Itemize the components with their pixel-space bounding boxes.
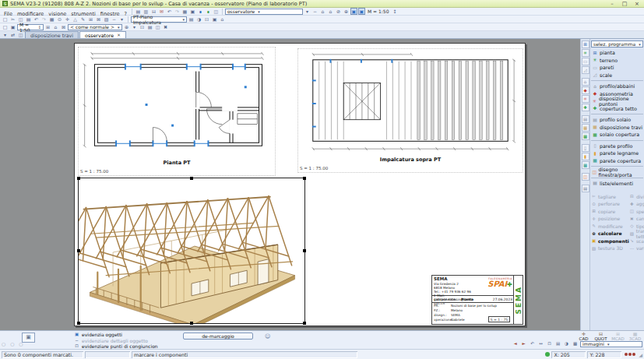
folder-pair-icon[interactable]: ◫ <box>213 8 220 15</box>
redo-icon[interactable]: ↷ <box>40 16 48 23</box>
scale-spinner[interactable]: ↕ <box>391 8 398 15</box>
minimize-button[interactable]: – <box>607 1 617 7</box>
img-rotate-icon[interactable]: ↶ <box>529 340 536 347</box>
panel-item-disposizione-puntoni[interactable]: ✳ disposizione puntoni <box>591 97 643 105</box>
panel-item-disposizione-travi[interactable]: ▦ disposizione travi <box>591 124 643 132</box>
selection-handle[interactable] <box>303 322 306 325</box>
viewport-3d-house[interactable] <box>78 178 305 324</box>
triangle-tool-icon[interactable]: △ <box>72 16 79 23</box>
user-icon[interactable]: ☺ <box>265 333 270 340</box>
side-tool-button[interactable]: ▯ <box>582 144 589 152</box>
panel-item-disegno-finestra-porta[interactable]: ◫ disegno finestra/porta <box>591 168 643 176</box>
sheet-icon[interactable]: □ <box>2 16 9 23</box>
panel-icon[interactable]: ▣ <box>9 23 16 30</box>
chevron-down-icon[interactable]: ▾ <box>118 16 125 23</box>
chevron-down-icon[interactable]: ▾ <box>131 23 138 30</box>
link-icon[interactable]: ⊕ <box>343 8 350 15</box>
side-tool-button[interactable]: ◿ <box>582 66 589 74</box>
action-modificare[interactable]: ✎ modificare <box>591 223 629 230</box>
tab-close-icon[interactable]: ✕ <box>117 33 121 37</box>
chevron-down-icon[interactable]: ▾ <box>304 8 311 15</box>
cut-icon[interactable]: ✂ <box>9 16 16 23</box>
panel-item-parete-profilo[interactable]: ▯ parete profilo <box>591 143 643 150</box>
action-trama-tetto[interactable]: ▨ trama tetto <box>629 231 644 238</box>
selection-handle[interactable] <box>190 177 193 180</box>
action-perforare[interactable]: ⊙ perforare <box>591 201 629 208</box>
panel-item-parete-copertura[interactable]: ▦ parete copertura <box>591 157 643 165</box>
swap-tabs-icon[interactable]: ⇄ <box>9 31 16 38</box>
action-calcolare[interactable]: ⊚ calcolare <box>591 231 629 238</box>
side-tool-button[interactable]: ▮ <box>582 153 589 160</box>
program-select-combo[interactable]: selez. programma▾ <box>591 40 643 48</box>
action-posizione[interactable]: ✛ posizione <box>591 216 629 223</box>
img-contrast-icon[interactable]: ◑ <box>563 340 570 347</box>
side-tool-button[interactable]: ◆ <box>582 86 589 94</box>
level-combo[interactable]: PT-Piano Impalcatura▾ <box>131 16 187 23</box>
marker-green-icon[interactable]: ∎ <box>205 8 212 15</box>
action-varie[interactable]: ⋯ varie <box>629 245 644 252</box>
drawing-canvas[interactable]: Pianta PT S = 1 : 75.00 <box>0 39 580 330</box>
selection-handle[interactable] <box>77 177 80 180</box>
layers-icon[interactable]: ▤ <box>188 16 195 23</box>
img-prev-icon[interactable]: ◄ <box>512 340 519 347</box>
toggle-3d-icon[interactable]: ▣ <box>358 8 365 15</box>
side-tool-button[interactable]: ▦ <box>582 132 589 140</box>
close-icon[interactable]: ✖ <box>162 23 169 30</box>
page-icon[interactable]: □ <box>2 23 9 30</box>
demark-button[interactable]: de-marcaggio <box>183 333 253 340</box>
tab-disposizione-travi[interactable]: disposizione travi <box>25 31 79 38</box>
grid-icon[interactable]: ⊞ <box>44 23 51 30</box>
selection-handle[interactable] <box>190 322 193 325</box>
mode-combo[interactable]: < come normale >▾ <box>68 24 122 30</box>
minus-icon[interactable]: − <box>111 16 118 23</box>
move-icon[interactable]: ✛ <box>64 16 71 23</box>
viewport-pianta-pt[interactable]: Pianta PT S = 1 : 75.00 <box>78 47 276 176</box>
panel-item-scale[interactable]: ◿ scale <box>591 72 643 79</box>
hatch-icon[interactable]: ▨ <box>103 16 110 23</box>
img-grid-icon[interactable]: ▦ <box>572 340 579 347</box>
viewport-impalcatura[interactable]: Impalcatura sopra PT S = 1 : 75.00 <box>297 48 523 173</box>
panel-item-liste-elementi[interactable]: ▤ liste/elementi <box>591 180 643 188</box>
side-tool-button[interactable]: ✳ <box>582 95 589 103</box>
action-cancellare[interactable]: ✖ cancellare <box>629 216 644 223</box>
action-copiare[interactable]: ⊞ copiare <box>591 208 629 215</box>
panel-item-copertura-tetto[interactable]: ✚ copertura tetto <box>591 105 643 113</box>
action-aggiungere[interactable]: ✚ aggiungere <box>629 201 644 208</box>
toggle-plan-icon[interactable]: ▣ <box>350 8 357 15</box>
side-tool-button[interactable]: ◫ <box>582 173 589 181</box>
side-tool-button[interactable]: ✳ <box>582 49 589 57</box>
layers-icon[interactable]: ▤ <box>146 23 153 30</box>
panel-item-pianta[interactable]: ⊞ pianta <box>591 49 643 57</box>
side-tool-button[interactable] <box>582 141 589 143</box>
img-flip-icon[interactable]: ↔ <box>537 340 544 347</box>
side-tool-button[interactable]: ▦ <box>582 161 589 169</box>
note-icon[interactable]: ▣ <box>189 8 196 15</box>
panel-item-parete-legname[interactable]: ▮ parete legname <box>591 150 643 157</box>
panel-item-terreno[interactable]: ✳ terreno <box>591 57 643 65</box>
side-tool-button[interactable] <box>582 181 589 184</box>
selection-handle[interactable] <box>303 177 306 180</box>
home-icon[interactable]: ⌂ <box>219 16 226 23</box>
action-componenti[interactable]: ▣ componenti <box>591 238 629 245</box>
action-tagliare[interactable]: ✂ tagliare <box>591 193 629 200</box>
close-box-icon[interactable]: ⊠ <box>60 23 67 30</box>
measure-icon[interactable]: ⊞ <box>87 16 94 23</box>
home-icon[interactable]: ⌂ <box>319 8 326 15</box>
screen-icon[interactable]: ▣ <box>211 16 218 23</box>
half-view-icon[interactable]: ◑ <box>195 16 202 23</box>
maximize-button[interactable]: □ <box>620 1 629 7</box>
tab-osservatore[interactable]: osservatore✕ <box>79 31 126 38</box>
box-select-icon[interactable]: ⊡ <box>203 16 210 23</box>
zoom-icon[interactable]: ⊙ <box>56 16 63 23</box>
side-tool-button[interactable] <box>582 170 589 172</box>
selection-handle[interactable] <box>303 249 306 252</box>
option-evidenziare-dettagli-oggetto[interactable]: − evidenziare dettagli oggetto <box>74 338 158 344</box>
chevron-down-icon[interactable]: ▾ <box>2 31 9 38</box>
no-entry-icon[interactable]: ⊘ <box>335 8 342 15</box>
add-item-icon[interactable]: ⊕ <box>123 23 130 30</box>
action-testura-3d[interactable]: ▧ testura 3D <box>591 245 629 252</box>
minus-icon[interactable]: − <box>311 8 318 15</box>
option-evidenziare-punti-di-congiuncion[interactable]: ⊡ evidenziare punti di congiuncion <box>74 343 158 350</box>
panel-item-solaio-copertura[interactable]: ▦ solaio copertura <box>591 131 643 139</box>
action-dividere[interactable]: ⊟ dividere <box>629 193 644 200</box>
